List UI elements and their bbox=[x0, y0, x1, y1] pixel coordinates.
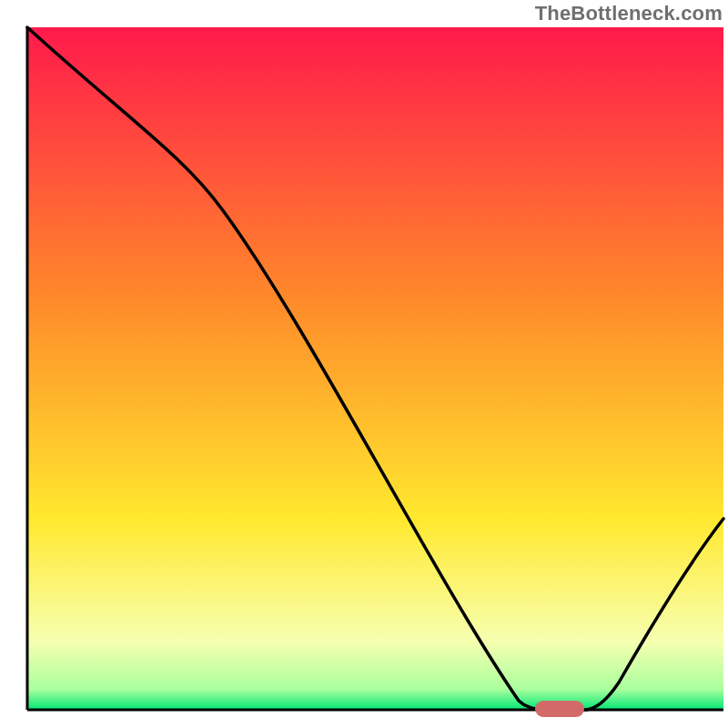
plot-background bbox=[27, 27, 723, 710]
chart-container: TheBottleneck.com bbox=[0, 0, 728, 728]
watermark-label: TheBottleneck.com bbox=[535, 2, 723, 25]
current-config-marker bbox=[535, 701, 584, 717]
bottleneck-chart bbox=[0, 0, 728, 728]
